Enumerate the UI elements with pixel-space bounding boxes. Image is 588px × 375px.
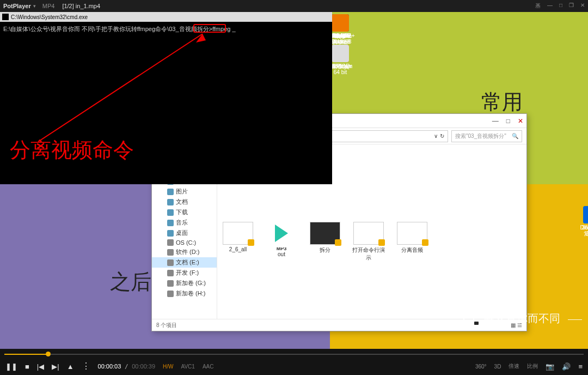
label-after: 之后: [110, 268, 151, 296]
close-icon[interactable]: ✕: [580, 2, 585, 10]
file-item[interactable]: 分离音频: [396, 222, 428, 262]
sidebar-item[interactable]: 下载: [152, 207, 217, 217]
maximize-icon[interactable]: □: [559, 2, 562, 10]
watermark: 视界音你而不同 — —: [463, 311, 580, 326]
sidebar-item[interactable]: 桌面: [152, 228, 217, 238]
svg-line-0: [38, 34, 203, 142]
player-controls: ❚❚ ■ |◀ ▶| ▲ ⋮ 00:00:03 / 00:00:39 H/W A…: [0, 349, 588, 375]
desktop: 常用 之后 Make印象笔记微信msys2Notepad++qtcreator极…: [0, 12, 588, 349]
ratio-button[interactable]: 比例: [527, 362, 538, 370]
app-name: PotPlayer: [3, 3, 31, 9]
titlebar: PotPlayer ▾ MP4 [1/2] in_1.mp4 基 — □ ❐ ✕: [0, 0, 588, 12]
thumbtack-icon[interactable]: 基: [535, 2, 541, 10]
cmd-body[interactable]: E:\自媒体\公众号\视界音你而 不同\手把手教你玩转ffmpeg命令\03_音…: [0, 22, 332, 184]
sidebar-item[interactable]: 新加卷 (H:): [152, 288, 217, 299]
file-item[interactable]: 拆分: [309, 222, 341, 262]
sidebar-item[interactable]: 开发 (F:): [152, 268, 217, 278]
file-item[interactable]: MP3out: [265, 222, 298, 262]
annotation-text: 分离视频命令: [10, 136, 134, 164]
hw-tag[interactable]: H/W: [163, 364, 173, 370]
speed-button[interactable]: 倍速: [509, 362, 519, 370]
video-codec: AVC1: [181, 364, 195, 370]
explorer-close-icon[interactable]: ✕: [518, 117, 523, 125]
minimize-icon[interactable]: —: [547, 2, 553, 10]
sidebar-item[interactable]: 新加卷 (G:): [152, 278, 217, 288]
cmd-titlebar: C:\Windows\System32\cmd.exe: [0, 12, 332, 22]
explorer-min-icon[interactable]: —: [492, 117, 499, 125]
sidebar-item[interactable]: 音乐: [152, 217, 217, 228]
sidebar-item[interactable]: 图片: [152, 186, 217, 197]
sidebar-item[interactable]: 文档 (E:): [152, 257, 217, 268]
playlist-button[interactable]: ≡: [578, 362, 583, 371]
filename: [1/2] in_1.mp4: [62, 3, 100, 9]
window-buttons: 基 — □ ❐ ✕: [535, 2, 585, 10]
eject-button[interactable]: ▲: [67, 362, 74, 371]
sidebar-item[interactable]: 软件 (D:): [152, 247, 217, 257]
video-area: 常用 之后 Make印象笔记微信msys2Notepad++qtcreator极…: [0, 12, 588, 349]
stop-button[interactable]: ■: [25, 362, 29, 371]
cmd-icon: [2, 14, 9, 20]
app-dropdown-icon[interactable]: ▾: [33, 3, 36, 9]
red-highlight-box: [193, 24, 226, 33]
volume-button[interactable]: 🔊: [562, 362, 571, 371]
prev-button[interactable]: |◀: [37, 362, 44, 371]
cmd-window: C:\Windows\System32\cmd.exe E:\自媒体\公众号\视…: [0, 12, 332, 184]
capture-button[interactable]: 📷: [546, 362, 554, 371]
sidebar-item[interactable]: 文档: [152, 197, 217, 207]
file-item[interactable]: 打开命令行演示: [352, 222, 385, 262]
restore-icon[interactable]: ❐: [569, 2, 574, 10]
sidebar-item[interactable]: OS (C:): [152, 238, 217, 247]
file-item[interactable]: 2_6_all: [222, 222, 254, 262]
vr-button[interactable]: 360°: [475, 364, 487, 370]
desktop-icon[interactable]: DirectX修复工具: [579, 206, 588, 237]
pause-button[interactable]: ❚❚: [5, 362, 17, 371]
label-common: 常用: [481, 88, 523, 116]
explorer-max-icon[interactable]: □: [506, 117, 510, 125]
time-display: 00:00:03 / 00:00:39: [98, 363, 156, 370]
3d-button[interactable]: 3D: [494, 364, 501, 370]
search-input[interactable]: 搜索"03_音视频拆分"🔍: [451, 130, 522, 142]
more-button[interactable]: ⋮: [82, 364, 90, 368]
next-button[interactable]: ▶|: [52, 362, 59, 371]
svg-marker-1: [196, 34, 206, 43]
wechat-icon: [463, 312, 480, 326]
format-label: MP4: [42, 3, 55, 9]
audio-codec: AAC: [203, 364, 214, 370]
seekbar[interactable]: [0, 349, 588, 358]
